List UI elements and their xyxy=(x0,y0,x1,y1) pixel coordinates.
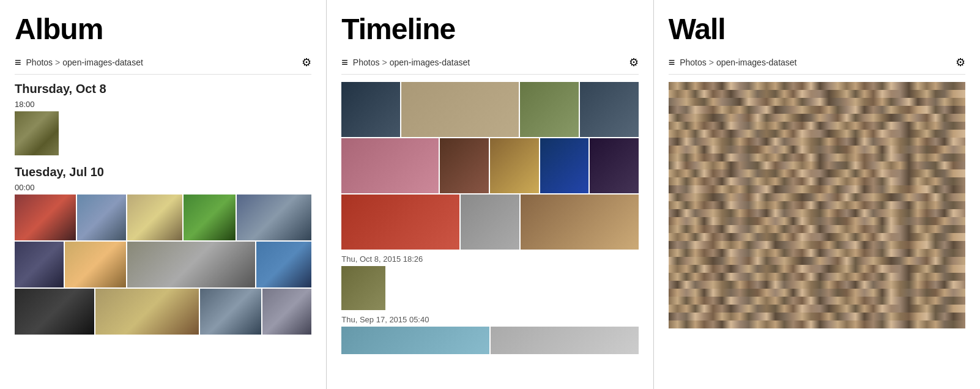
wall-title: Wall xyxy=(669,12,965,46)
tl-photo[interactable] xyxy=(401,82,519,137)
wall-breadcrumb-sep: > xyxy=(709,57,714,67)
timeline-small-photo-3[interactable] xyxy=(491,327,639,354)
tl-photo[interactable] xyxy=(540,138,589,193)
timeline-toolbar: ≡ Photos > open-images-dataset ⚙ xyxy=(341,56,638,75)
tl-photo[interactable] xyxy=(440,138,489,193)
wall-strip xyxy=(669,161,965,169)
timeline-timestamp-2: Thu, Sep 17, 2015 05:40 xyxy=(341,315,638,324)
timeline-timestamp-1: Thu, Oct 8, 2015 18:26 xyxy=(341,254,638,264)
album-photo-row-1 xyxy=(15,194,311,240)
timeline-small-photo-1[interactable] xyxy=(341,266,385,310)
wall-strip xyxy=(669,297,965,305)
wall-toolbar: ≡ Photos > open-images-dataset ⚙ xyxy=(669,56,965,75)
album-photo[interactable] xyxy=(15,194,76,240)
wall-strip xyxy=(669,193,965,201)
album-photo[interactable] xyxy=(200,289,261,335)
album-photo-row-2 xyxy=(15,242,311,287)
wall-strip xyxy=(669,106,965,114)
timeline-breadcrumb: Photos > open-images-dataset xyxy=(353,57,624,67)
wall-strip xyxy=(669,185,965,193)
album-time-1: 18:00 xyxy=(15,100,311,109)
timeline-breadcrumb-root[interactable]: Photos xyxy=(353,57,380,67)
wall-strip xyxy=(669,169,965,177)
wall-strip xyxy=(669,257,965,265)
album-photo[interactable] xyxy=(262,289,311,335)
album-breadcrumb-sep: > xyxy=(55,57,60,67)
wall-strip xyxy=(669,82,965,90)
wall-strip xyxy=(669,249,965,257)
timeline-row-1 xyxy=(341,82,638,137)
wall-strip xyxy=(669,138,965,146)
album-panel: Album ≡ Photos > open-images-dataset ⚙ T… xyxy=(0,0,327,389)
album-breadcrumb: Photos > open-images-dataset xyxy=(26,57,297,67)
wall-strip xyxy=(669,98,965,106)
timeline-row-2 xyxy=(341,138,638,193)
wall-menu-icon[interactable]: ≡ xyxy=(669,56,675,69)
timeline-small-row xyxy=(341,327,638,359)
wall-strip xyxy=(669,289,965,297)
timeline-breadcrumb-sub[interactable]: open-images-dataset xyxy=(390,57,470,67)
album-gear-icon[interactable]: ⚙ xyxy=(302,56,311,69)
wall-gear-icon[interactable]: ⚙ xyxy=(956,56,965,69)
timeline-menu-icon[interactable]: ≡ xyxy=(341,56,348,69)
wall-strip xyxy=(669,130,965,138)
album-photo-row-3 xyxy=(15,289,311,335)
timeline-breadcrumb-sep: > xyxy=(382,57,387,67)
album-photo[interactable] xyxy=(65,242,126,287)
tl-photo[interactable] xyxy=(590,138,639,193)
wall-strip xyxy=(669,114,965,122)
album-photo-single[interactable] xyxy=(15,111,59,155)
album-photo[interactable] xyxy=(127,194,182,240)
album-breadcrumb-root[interactable]: Photos xyxy=(26,57,53,67)
tl-photo[interactable] xyxy=(341,194,459,250)
wall-panel: Wall ≡ Photos > open-images-dataset ⚙ xyxy=(654,0,980,389)
wall-breadcrumb: Photos > open-images-dataset xyxy=(680,57,951,67)
wall-strip xyxy=(669,122,965,130)
wall-strip xyxy=(669,320,965,328)
tl-photo[interactable] xyxy=(521,194,639,250)
wall-strip xyxy=(669,265,965,273)
wall-strip xyxy=(669,90,965,98)
album-photo[interactable] xyxy=(256,242,311,287)
timeline-small-photo-2[interactable] xyxy=(341,327,489,354)
tl-photo[interactable] xyxy=(341,138,439,193)
album-photo[interactable] xyxy=(127,242,255,287)
wall-strip xyxy=(669,217,965,225)
wall-breadcrumb-sub[interactable]: open-images-dataset xyxy=(716,57,797,67)
timeline-gear-icon[interactable]: ⚙ xyxy=(629,56,639,69)
wall-strip xyxy=(669,313,965,320)
album-menu-icon[interactable]: ≡ xyxy=(15,56,21,69)
wall-strip xyxy=(669,146,965,154)
album-title: Album xyxy=(15,12,311,46)
tl-photo[interactable] xyxy=(580,82,639,137)
album-date-2: Tuesday, Jul 10 xyxy=(15,165,311,179)
wall-strip xyxy=(669,177,965,185)
album-time-2: 00:00 xyxy=(15,183,311,192)
timeline-title: Timeline xyxy=(341,12,638,46)
wall-strip xyxy=(669,154,965,161)
tl-photo[interactable] xyxy=(461,194,519,250)
album-photo[interactable] xyxy=(237,194,311,240)
album-photo[interactable] xyxy=(77,194,126,240)
timeline-row-3 xyxy=(341,194,638,250)
album-photo[interactable] xyxy=(15,289,94,335)
wall-mosaic[interactable] xyxy=(669,82,965,328)
wall-strip xyxy=(669,209,965,217)
wall-strip xyxy=(669,241,965,249)
wall-strip xyxy=(669,281,965,289)
album-photo[interactable] xyxy=(95,289,199,335)
wall-breadcrumb-root[interactable]: Photos xyxy=(680,57,707,67)
tl-photo[interactable] xyxy=(341,82,400,137)
album-photo[interactable] xyxy=(184,194,236,240)
album-photo[interactable] xyxy=(15,242,64,287)
tl-photo[interactable] xyxy=(490,138,539,193)
wall-strip xyxy=(669,201,965,209)
album-toolbar: ≡ Photos > open-images-dataset ⚙ xyxy=(15,56,311,75)
wall-strip xyxy=(669,305,965,313)
wall-strip xyxy=(669,273,965,281)
wall-strip xyxy=(669,233,965,241)
album-date-1: Thursday, Oct 8 xyxy=(15,82,311,96)
tl-photo[interactable] xyxy=(520,82,579,137)
album-breadcrumb-sub[interactable]: open-images-dataset xyxy=(62,57,143,67)
wall-strip xyxy=(669,225,965,233)
